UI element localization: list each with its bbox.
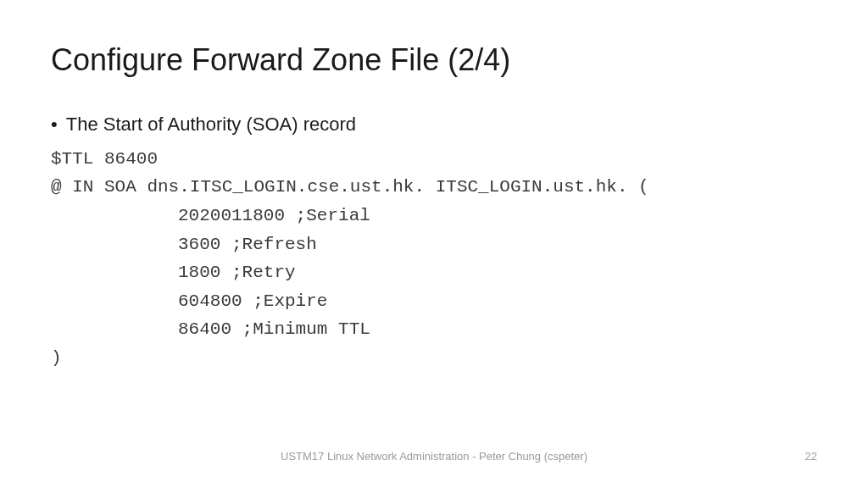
code-expire: 604800 ;Expire bbox=[51, 287, 817, 316]
code-soa-header: @ IN SOA dns.ITSC_LOGIN.cse.ust.hk. ITSC… bbox=[51, 173, 817, 202]
footer-text: USTM17 Linux Network Administration - Pe… bbox=[281, 450, 587, 463]
code-ttl: $TTL 86400 bbox=[51, 145, 817, 174]
page-number: 22 bbox=[805, 450, 817, 463]
code-serial: 2020011800 ;Serial bbox=[51, 202, 817, 230]
code-refresh: 3600 ;Refresh bbox=[51, 230, 817, 259]
bullet-text: The Start of Authority (SOA) record bbox=[66, 112, 356, 138]
footer: USTM17 Linux Network Administration - Pe… bbox=[0, 450, 868, 463]
slide-title: Configure Forward Zone File (2/4) bbox=[51, 42, 817, 78]
bullet-marker: • bbox=[51, 114, 58, 136]
bullet-item: • The Start of Authority (SOA) record bbox=[51, 112, 817, 138]
code-close-paren: ) bbox=[51, 344, 817, 373]
code-retry: 1800 ;Retry bbox=[51, 258, 817, 287]
code-minttl: 86400 ;Minimum TTL bbox=[51, 315, 817, 344]
